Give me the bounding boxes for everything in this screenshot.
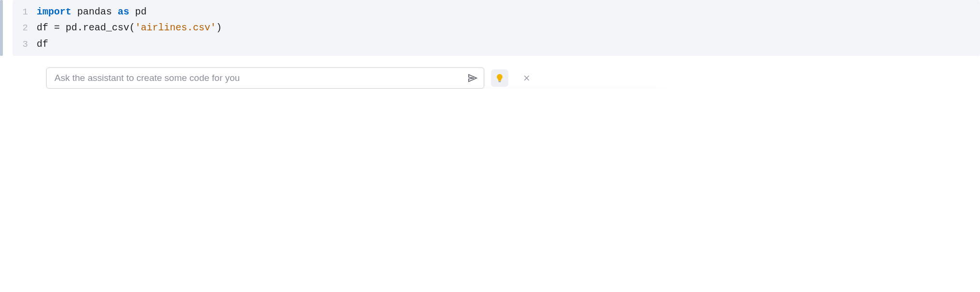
- send-icon: [467, 73, 478, 83]
- svg-rect-0: [499, 81, 501, 82]
- lightbulb-icon: [495, 73, 504, 83]
- suggestions-toggle-button[interactable]: [491, 69, 508, 87]
- code-editor[interactable]: 1import pandas as pd2df = pd.read_csv('a…: [13, 0, 980, 56]
- line-number: 2: [13, 21, 37, 36]
- send-button[interactable]: [465, 71, 480, 85]
- line-number: 3: [13, 37, 37, 52]
- code-text[interactable]: df = pd.read_csv('airlines.csv'): [37, 20, 222, 36]
- code-text[interactable]: df: [37, 36, 48, 52]
- code-cell: 1import pandas as pd2df = pd.read_csv('a…: [0, 0, 980, 56]
- code-line[interactable]: 3df: [13, 36, 980, 52]
- cell-run-indicator[interactable]: [0, 0, 3, 56]
- line-number: 1: [13, 5, 37, 20]
- assistant-input[interactable]: [54, 72, 465, 84]
- code-line[interactable]: 2df = pd.read_csv('airlines.csv'): [13, 20, 980, 36]
- code-text[interactable]: import pandas as pd: [37, 4, 147, 20]
- assistant-row: AI Suggestions Show the first few rows o…: [46, 67, 980, 89]
- code-line[interactable]: 1import pandas as pd: [13, 4, 980, 20]
- close-button[interactable]: [520, 71, 533, 85]
- assistant-input-container: [46, 67, 484, 89]
- close-icon: [523, 74, 531, 82]
